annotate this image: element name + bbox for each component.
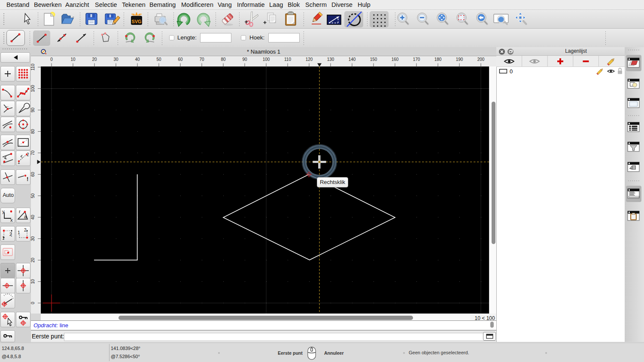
svg-text:0: 0 — [510, 68, 513, 75]
svg-text:2: 2 — [9, 232, 12, 237]
svg-text:2: 2 — [24, 228, 27, 232]
svg-text:r: r — [19, 209, 21, 214]
svg-text:a: a — [24, 214, 27, 219]
svg-text:x: x — [10, 217, 13, 223]
svg-text:1: 1 — [18, 230, 20, 235]
svg-text:SVG: SVG — [131, 19, 141, 24]
svg-text:!: ! — [27, 176, 28, 182]
svg-text:y: y — [2, 209, 5, 214]
svg-text:1: 1 — [2, 236, 5, 241]
